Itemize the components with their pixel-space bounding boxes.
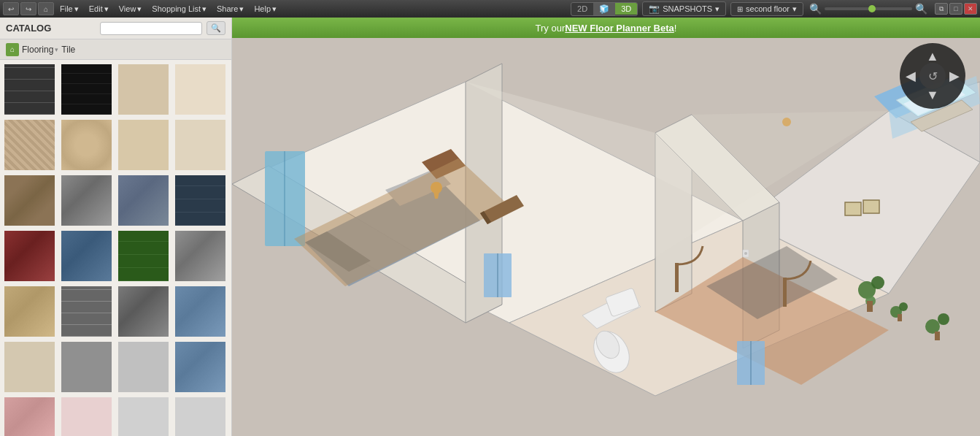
tile-item[interactable] <box>60 174 113 227</box>
restore-button[interactable]: ⧉ <box>935 3 948 15</box>
edit-menu[interactable]: Edit ▾ <box>85 3 113 15</box>
tile-swatch <box>118 64 169 115</box>
nav-rotate-button[interactable]: ↺ <box>919 63 946 89</box>
tile-item[interactable] <box>174 229 227 283</box>
tile-item[interactable] <box>117 340 170 394</box>
svg-rect-47 <box>845 202 861 215</box>
tile-item[interactable] <box>174 63 227 116</box>
tile-item[interactable] <box>117 63 170 116</box>
snapshots-button[interactable]: 📷 SNAPSHOTS ▾ <box>642 1 726 16</box>
tile-item[interactable] <box>174 174 227 227</box>
floor-plan-view[interactable] <box>232 38 980 436</box>
tile-swatch <box>118 342 169 392</box>
tile-swatch <box>4 120 55 170</box>
tile-swatch <box>61 342 112 392</box>
breadcrumb-flooring[interactable]: Flooring ▾ <box>22 45 58 55</box>
tile-item[interactable] <box>117 285 170 338</box>
tile-item[interactable] <box>117 174 170 227</box>
layers-icon: ⊞ <box>737 5 743 13</box>
nav-outer-ring: ▲ ▼ ◀ ▶ ↺ <box>900 43 965 109</box>
zoom-out-icon: 🔍 <box>915 3 927 15</box>
window-controls: ⧉ □ ✕ <box>935 3 977 15</box>
view-menu[interactable]: View ▾ <box>115 3 147 15</box>
share-menu[interactable]: Share ▾ <box>212 3 248 15</box>
help-menu[interactable]: Help ▾ <box>250 3 281 15</box>
nav-right-button[interactable]: ▶ <box>949 68 960 84</box>
undo-button[interactable]: ↩ <box>3 2 19 15</box>
nav-down-button[interactable]: ▼ <box>926 88 939 103</box>
tile-item[interactable] <box>60 118 113 172</box>
tile-item[interactable] <box>3 285 56 338</box>
main-canvas[interactable]: Try our NEW Floor Planner Beta ! ▲ ▼ ◀ ▶… <box>232 18 980 436</box>
tile-item[interactable] <box>174 285 227 338</box>
svg-rect-43 <box>675 263 679 292</box>
tile-item[interactable] <box>174 396 227 436</box>
file-menu[interactable]: File ▾ <box>55 3 83 15</box>
tile-item[interactable] <box>60 396 113 436</box>
tile-swatch <box>118 397 169 436</box>
zoom-slider[interactable] <box>825 7 912 10</box>
floor-plan-svg <box>232 38 980 436</box>
tile-item[interactable] <box>117 396 170 436</box>
shopping-list-menu[interactable]: Shopping List ▾ <box>147 3 211 15</box>
tile-swatch <box>4 342 55 392</box>
tile-swatch <box>4 64 55 115</box>
tile-item[interactable] <box>117 229 170 283</box>
nav-left-button[interactable]: ◀ <box>906 68 916 84</box>
tile-swatch <box>175 286 225 337</box>
tile-item[interactable] <box>117 118 170 172</box>
view-3d-icon: 🧊 <box>593 3 615 15</box>
navigation-control: ▲ ▼ ◀ ▶ ↺ <box>900 43 965 109</box>
tile-item[interactable] <box>3 118 56 172</box>
svg-point-31 <box>938 313 949 325</box>
tile-item[interactable] <box>60 229 113 283</box>
tile-swatch <box>175 397 225 436</box>
camera-icon: 📷 <box>649 4 660 14</box>
catalog-search-input[interactable] <box>100 22 202 35</box>
tile-item[interactable] <box>174 340 227 394</box>
close-button[interactable]: ✕ <box>964 3 977 15</box>
tile-item[interactable] <box>60 63 113 116</box>
svg-point-28 <box>899 302 908 311</box>
svg-rect-44 <box>783 278 787 307</box>
svg-point-24 <box>871 276 884 289</box>
view-2d-button[interactable]: 2D <box>571 3 593 15</box>
floor-plan-container <box>232 38 980 436</box>
svg-rect-48 <box>863 200 879 213</box>
tile-item[interactable] <box>3 340 56 394</box>
tile-item[interactable] <box>174 118 227 172</box>
tile-item[interactable] <box>60 285 113 338</box>
tile-swatch <box>118 175 169 226</box>
tile-swatch <box>61 231 112 281</box>
tile-swatch <box>61 397 112 436</box>
tile-swatch <box>4 397 55 436</box>
tile-swatch <box>4 175 55 226</box>
view-toggle: 2D 🧊 3D <box>571 2 638 16</box>
nav-up-button[interactable]: ▲ <box>926 49 939 64</box>
tile-swatch <box>175 342 225 392</box>
breadcrumb-home-button[interactable]: ⌂ <box>6 43 19 56</box>
tile-swatch <box>4 231 55 281</box>
home-menu-button[interactable]: ⌂ <box>38 2 54 15</box>
redo-button[interactable]: ↪ <box>20 2 36 15</box>
tile-item[interactable] <box>3 396 56 436</box>
catalog-header: CATALOG 🔍 <box>0 18 231 39</box>
tile-swatch <box>175 175 225 226</box>
zoom-bar: 🔍 🔍 <box>809 3 927 15</box>
floor-selector[interactable]: ⊞ second floor ▾ <box>730 2 803 16</box>
svg-rect-32 <box>935 332 940 340</box>
tile-item[interactable] <box>3 63 56 116</box>
tile-swatch <box>118 286 169 337</box>
zoom-icon: 🔍 <box>809 3 822 15</box>
tile-item[interactable] <box>3 174 56 227</box>
tile-item[interactable] <box>60 340 113 394</box>
tile-swatch <box>61 286 112 337</box>
catalog-panel: CATALOG 🔍 ⌂ Flooring ▾ Tile <box>0 18 232 436</box>
view-3d-button[interactable]: 3D <box>615 3 637 15</box>
catalog-search-button[interactable]: 🔍 <box>207 21 225 35</box>
maximize-button[interactable]: □ <box>949 3 962 15</box>
tile-item[interactable] <box>3 229 56 283</box>
tile-swatch <box>118 231 169 281</box>
rotate-icon: ↺ <box>928 69 938 83</box>
breadcrumb-tile: Tile <box>61 45 75 55</box>
